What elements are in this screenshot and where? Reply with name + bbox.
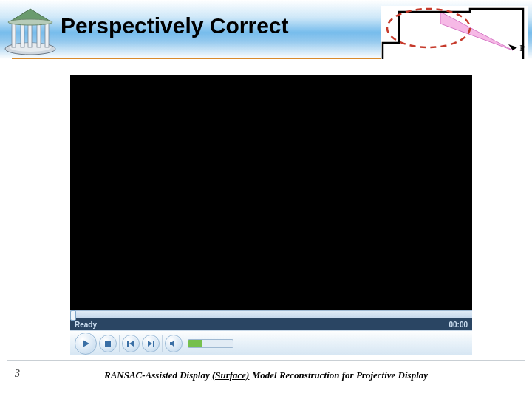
next-icon <box>147 340 154 347</box>
volume-slider[interactable] <box>188 339 233 348</box>
play-button[interactable] <box>75 332 97 355</box>
svg-marker-14 <box>148 341 152 347</box>
svg-marker-13 <box>129 341 134 347</box>
status-bar: Ready 00:00 <box>70 318 472 330</box>
slide-title: Perspectively Correct <box>61 13 289 38</box>
stop-button[interactable] <box>99 335 117 352</box>
play-icon <box>81 339 90 348</box>
video-area[interactable] <box>70 75 472 310</box>
media-player: Ready 00:00 <box>70 75 472 355</box>
svg-rect-11 <box>105 341 111 347</box>
stop-icon <box>104 340 112 347</box>
monument-logo <box>3 6 58 56</box>
footer-rule <box>7 360 525 361</box>
status-text: Ready <box>75 321 97 329</box>
footer-prefix: RANSAC-Assisted Display <box>104 369 212 381</box>
separator <box>119 335 120 352</box>
svg-rect-12 <box>127 341 129 347</box>
svg-rect-5 <box>37 22 41 47</box>
controls-bar <box>70 330 472 355</box>
corner-diagram: P <box>381 6 528 64</box>
prev-button[interactable] <box>122 335 140 352</box>
svg-rect-2 <box>12 22 16 47</box>
time-text: 00:00 <box>449 321 468 329</box>
mute-button[interactable] <box>165 335 183 352</box>
footer-suffix: Model Reconstruction for Projective Disp… <box>249 369 428 381</box>
svg-point-7 <box>8 19 52 25</box>
seek-bar[interactable] <box>70 310 472 318</box>
diagram-label-p: P <box>519 43 525 54</box>
slide: Perspectively Correct P Ready 00:00 <box>0 0 532 399</box>
svg-rect-6 <box>45 22 49 47</box>
svg-marker-10 <box>83 340 89 347</box>
footer-surface: (Surface) <box>212 369 250 381</box>
svg-rect-3 <box>21 22 24 47</box>
speaker-icon <box>170 340 177 347</box>
next-button[interactable] <box>142 335 160 352</box>
svg-rect-15 <box>153 341 154 347</box>
seek-thumb[interactable] <box>70 310 76 321</box>
svg-rect-4 <box>28 22 32 47</box>
svg-marker-16 <box>170 340 174 347</box>
prev-icon <box>127 340 134 347</box>
footer-text: RANSAC-Assisted Display (Surface) Model … <box>0 369 532 381</box>
separator <box>162 335 163 352</box>
